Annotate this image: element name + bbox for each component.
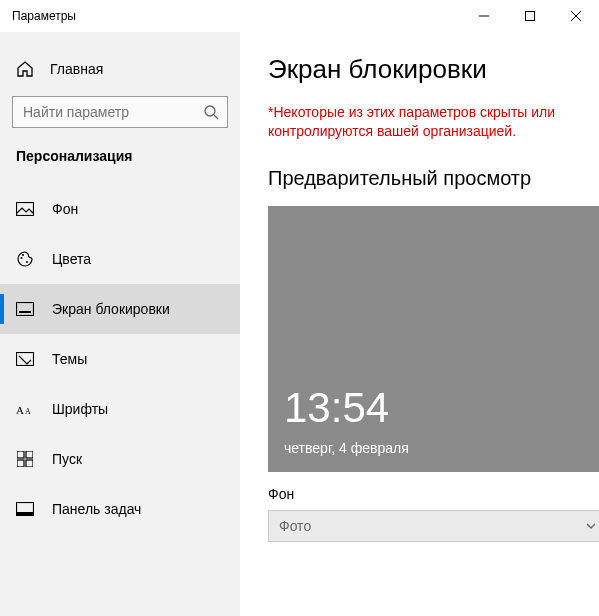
background-dropdown[interactable]: Фото	[268, 510, 599, 542]
svg-point-8	[22, 254, 24, 256]
lockscreen-icon	[16, 302, 34, 316]
sidebar-item-label: Фон	[52, 201, 78, 217]
svg-rect-12	[17, 353, 34, 366]
sidebar-item-taskbar[interactable]: Панель задач	[0, 484, 240, 534]
taskbar-icon	[16, 502, 34, 516]
minimize-button[interactable]	[461, 0, 507, 32]
sidebar-item-colors[interactable]: Цвета	[0, 234, 240, 284]
maximize-button[interactable]	[507, 0, 553, 32]
svg-point-4	[205, 106, 215, 116]
background-icon	[16, 202, 34, 216]
sidebar: Главная Персонализация Фон	[0, 32, 240, 616]
svg-rect-17	[17, 460, 24, 467]
svg-text:A: A	[16, 404, 24, 416]
minimize-icon	[479, 11, 489, 21]
sidebar-home[interactable]: Главная	[0, 50, 240, 88]
sidebar-item-fonts[interactable]: AA Шрифты	[0, 384, 240, 434]
preview-time: 13:54	[284, 384, 389, 432]
close-icon	[571, 11, 581, 21]
sidebar-item-label: Экран блокировки	[52, 301, 170, 317]
sidebar-item-start[interactable]: Пуск	[0, 434, 240, 484]
sidebar-category: Персонализация	[0, 142, 240, 184]
sidebar-item-label: Пуск	[52, 451, 82, 467]
sidebar-item-label: Цвета	[52, 251, 91, 267]
background-field-label: Фон	[268, 486, 587, 502]
sidebar-item-label: Темы	[52, 351, 87, 367]
sidebar-home-label: Главная	[50, 61, 103, 77]
window-title: Параметры	[12, 9, 76, 23]
sidebar-item-themes[interactable]: Темы	[0, 334, 240, 384]
svg-point-7	[21, 257, 23, 259]
sidebar-item-label: Панель задач	[52, 501, 141, 517]
svg-rect-20	[17, 512, 34, 516]
start-icon	[16, 451, 34, 467]
themes-icon	[16, 352, 34, 366]
main-content: Экран блокировки *Некоторые из этих пара…	[240, 32, 599, 616]
svg-rect-16	[26, 451, 33, 458]
colors-icon	[16, 250, 34, 268]
titlebar: Параметры	[0, 0, 599, 32]
svg-point-9	[26, 261, 28, 263]
preview-date: четверг, 4 февраля	[284, 440, 409, 456]
home-icon	[16, 60, 34, 78]
svg-rect-18	[26, 460, 33, 467]
search-field[interactable]	[23, 104, 203, 120]
svg-text:A: A	[25, 407, 31, 416]
policy-warning: *Некоторые из этих параметров скрыты или…	[268, 103, 587, 141]
dropdown-value: Фото	[279, 518, 311, 534]
sidebar-item-label: Шрифты	[52, 401, 108, 417]
lockscreen-preview: 13:54 четверг, 4 февраля	[268, 206, 599, 472]
sidebar-item-lockscreen[interactable]: Экран блокировки	[0, 284, 240, 334]
maximize-icon	[525, 11, 535, 21]
svg-rect-10	[17, 303, 34, 316]
svg-rect-6	[17, 203, 34, 216]
fonts-icon: AA	[16, 402, 34, 416]
svg-rect-11	[19, 311, 31, 313]
close-button[interactable]	[553, 0, 599, 32]
svg-line-5	[214, 115, 218, 119]
search-icon	[203, 104, 219, 120]
sidebar-item-background[interactable]: Фон	[0, 184, 240, 234]
window-controls	[461, 0, 599, 32]
search-input[interactable]	[12, 96, 228, 128]
svg-rect-1	[526, 12, 535, 21]
svg-rect-15	[17, 451, 24, 458]
chevron-down-icon	[585, 520, 597, 532]
page-title: Экран блокировки	[268, 54, 587, 85]
preview-section-title: Предварительный просмотр	[268, 167, 587, 190]
